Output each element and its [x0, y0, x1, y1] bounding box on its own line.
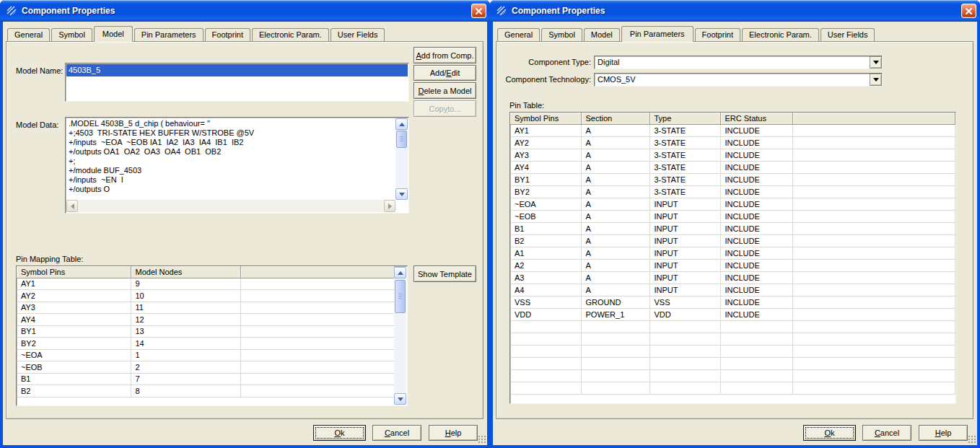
table-cell: BY2	[510, 185, 581, 198]
cancel-button[interactable]: Cancel	[372, 425, 421, 441]
tab-general[interactable]: General	[7, 28, 50, 41]
component-technology-select[interactable]: CMOS_5V	[594, 73, 883, 87]
table-row[interactable]: AY210	[17, 290, 395, 302]
table-cell	[581, 369, 649, 382]
table-cell: INPUT	[649, 234, 720, 247]
table-cell: A	[581, 185, 649, 198]
column-header[interactable]: Type	[649, 113, 720, 124]
table-row[interactable]	[510, 357, 955, 369]
ok-button[interactable]: Ok	[803, 425, 856, 441]
chevron-down-icon[interactable]	[870, 56, 882, 69]
table-row[interactable]: B17	[17, 373, 395, 385]
table-row[interactable]	[510, 345, 955, 357]
scroll-left-icon[interactable]	[66, 200, 78, 212]
list-item-model-name[interactable]: 4503B_5	[66, 64, 408, 76]
table-row[interactable]: VSSGROUNDVSSINCLUDE	[510, 296, 955, 308]
table-cell	[792, 296, 955, 308]
column-header[interactable]	[792, 113, 955, 124]
tab-footprint[interactable]: Footprint	[205, 28, 250, 41]
model-name-listbox[interactable]: 4503B_5	[65, 63, 409, 102]
tab-symbol[interactable]: Symbol	[541, 28, 582, 41]
column-header[interactable]: Symbol Pins	[17, 266, 131, 278]
tab-symbol[interactable]: Symbol	[51, 28, 92, 41]
table-row[interactable]	[510, 369, 955, 382]
table-cell: 10	[131, 290, 240, 302]
table-row[interactable]: B1AINPUTINCLUDE	[510, 222, 955, 234]
model-data-hscrollbar[interactable]	[66, 200, 395, 212]
scroll-right-icon[interactable]	[384, 200, 395, 212]
tab-general[interactable]: General	[497, 28, 540, 41]
table-cell	[792, 198, 955, 210]
resize-grip[interactable]	[477, 434, 486, 444]
component-type-select[interactable]: Digital	[594, 56, 883, 69]
tab-user-fields[interactable]: User Fields	[331, 28, 385, 41]
table-row[interactable]: AY311	[17, 302, 395, 314]
chevron-down-icon[interactable]	[870, 74, 882, 86]
model-data-vscrollbar[interactable]	[395, 118, 408, 200]
pin-mapping-table: Symbol PinsModel Nodes AY19AY210AY311AY4…	[16, 265, 408, 406]
copy-to-button[interactable]: Copy to...	[414, 100, 476, 117]
tab-pin-parameters[interactable]: Pin Parameters	[621, 26, 694, 42]
add-from-comp-button[interactable]: Add from Comp.	[414, 47, 476, 63]
tab-user-fields[interactable]: User Fields	[821, 28, 875, 41]
tab-electronic-param[interactable]: Electronic Param.	[252, 28, 329, 41]
table-row[interactable]: AY3A3-STATEINCLUDE	[510, 149, 955, 161]
tab-electronic-param[interactable]: Electronic Param.	[742, 28, 819, 41]
table-row[interactable]: A4AINPUTINCLUDE	[510, 284, 955, 296]
table-cell: 3-STATE	[649, 124, 720, 136]
table-cell	[649, 357, 720, 369]
scroll-up-icon[interactable]	[394, 267, 406, 278]
table-row[interactable]: ~EOAAINPUTINCLUDE	[510, 198, 955, 210]
column-header[interactable]	[240, 266, 395, 278]
cancel-button[interactable]: Cancel	[862, 425, 911, 441]
column-header[interactable]: Section	[581, 113, 649, 124]
scrollbar-thumb[interactable]	[395, 280, 406, 313]
tab-model[interactable]: Model	[584, 28, 620, 41]
table-row[interactable]: ~EOB2	[17, 361, 395, 374]
tab-model[interactable]: Model	[94, 26, 133, 42]
ok-button[interactable]: Ok	[313, 425, 366, 441]
column-header[interactable]: Model Nodes	[131, 266, 240, 278]
table-row[interactable]	[510, 382, 955, 394]
scroll-down-icon[interactable]	[395, 188, 408, 200]
table-row[interactable]: AY412	[17, 314, 395, 326]
window-component-properties-pin-parameters: Component Properties General Symbol Mode…	[490, 0, 980, 448]
help-button[interactable]: Help	[919, 425, 968, 441]
table-row[interactable]: ~EOA1	[17, 349, 395, 361]
table-row[interactable]: AY4A3-STATEINCLUDE	[510, 161, 955, 173]
table-row[interactable]: A3AINPUTINCLUDE	[510, 271, 955, 284]
table-row[interactable]: B2AINPUTINCLUDE	[510, 234, 955, 247]
column-header[interactable]: Symbol Pins	[510, 113, 581, 124]
table-row[interactable]: B28	[17, 385, 395, 398]
add-edit-button[interactable]: Add/Edit	[414, 65, 476, 81]
table-row[interactable]: A2AINPUTINCLUDE	[510, 259, 955, 271]
table-row[interactable]: ~EOBAINPUTINCLUDE	[510, 210, 955, 222]
table-row[interactable]: BY1A3-STATEINCLUDE	[510, 173, 955, 185]
resize-grip[interactable]	[967, 434, 976, 444]
model-data-textarea[interactable]: .MODEL 4503B_5 d_chip ( behaviour= '' +;…	[65, 117, 409, 214]
table-row[interactable]: VDDPOWER_1VDDINCLUDE	[510, 308, 955, 320]
table-cell: AY1	[510, 124, 581, 136]
table-row[interactable]	[510, 320, 955, 333]
pin-mapping-vscrollbar[interactable]	[394, 267, 406, 405]
delete-model-button[interactable]: Delete a Model	[414, 82, 476, 99]
table-row[interactable]	[510, 333, 955, 345]
table-row[interactable]: BY113	[17, 325, 395, 338]
tab-pin-parameters[interactable]: Pin Parameters	[134, 28, 204, 41]
show-template-button[interactable]: Show Template	[414, 265, 476, 282]
column-header[interactable]: ERC Status	[720, 113, 792, 124]
table-row[interactable]: AY19	[17, 278, 395, 290]
scroll-down-icon[interactable]	[394, 393, 406, 405]
scroll-up-icon[interactable]	[395, 118, 408, 130]
table-row[interactable]: BY2A3-STATEINCLUDE	[510, 185, 955, 198]
scrollbar-thumb[interactable]	[396, 131, 407, 148]
table-cell: B1	[510, 222, 581, 234]
table-row[interactable]: AY1A3-STATEINCLUDE	[510, 124, 955, 136]
tab-footprint[interactable]: Footprint	[695, 28, 740, 41]
table-cell: VSS	[649, 296, 720, 308]
table-row[interactable]: A1AINPUTINCLUDE	[510, 247, 955, 259]
table-row[interactable]: AY2A3-STATEINCLUDE	[510, 136, 955, 149]
table-cell: A	[581, 149, 649, 161]
help-button[interactable]: Help	[429, 425, 478, 441]
table-row[interactable]: BY214	[17, 338, 395, 350]
